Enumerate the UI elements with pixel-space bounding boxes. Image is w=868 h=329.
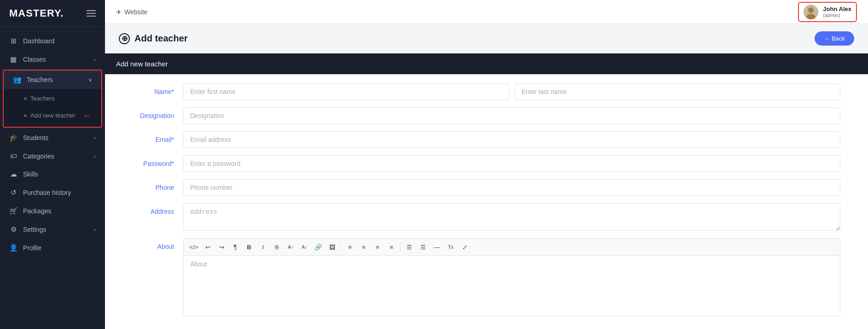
designation-controls xyxy=(183,107,840,124)
form-card-header: Add new teacher xyxy=(105,53,868,74)
password-controls xyxy=(183,155,840,172)
rte-link-button[interactable]: 🔗 xyxy=(312,241,325,253)
rte-superscript-button[interactable]: A↑ xyxy=(284,241,297,253)
phone-label: Phone xyxy=(133,179,183,191)
website-link[interactable]: ✈ Website xyxy=(116,8,147,16)
arrow-indicator: ← xyxy=(83,110,92,121)
skills-icon: ☁ xyxy=(9,170,17,178)
sidebar-sub-item-teachers[interactable]: Teachers xyxy=(4,91,101,106)
sidebar-logo-area: MASTERY. xyxy=(0,0,105,27)
rte-list-number-button[interactable]: ☰ xyxy=(417,241,430,253)
sidebar-item-profile[interactable]: 👤 Profile xyxy=(0,239,105,257)
address-label: Address xyxy=(133,203,183,215)
chevron-right-icon: › xyxy=(94,153,96,159)
page-title: ⊕ Add teacher xyxy=(119,33,188,44)
rte-image-button[interactable]: 🖼 xyxy=(326,241,338,253)
main-content: ✈ Website John Alex (admin) ⊕ Add teache… xyxy=(105,0,868,329)
sidebar-item-label: Classes xyxy=(23,56,46,63)
page-header: ⊕ Add teacher ← Back xyxy=(105,24,868,53)
rte-clear-button[interactable]: Tx xyxy=(444,241,457,253)
teachers-group: 👥 Teachers ∨ Teachers Add new teacher ← xyxy=(3,70,102,128)
rte-italic-button[interactable]: I xyxy=(256,241,269,253)
students-icon: 🎓 xyxy=(9,134,17,142)
rte-align-justify-button[interactable]: ≡ xyxy=(385,241,398,253)
rte-subscript-button[interactable]: A↓ xyxy=(298,241,311,253)
sidebar-item-label: Students xyxy=(23,134,48,141)
form-header-text: Add new teacher xyxy=(116,60,168,68)
website-label: Website xyxy=(124,8,147,16)
rte-align-center-button[interactable]: ≡ xyxy=(357,241,370,253)
content-area: Add new teacher Name* Designation xyxy=(105,53,868,329)
teachers-list-label: Teachers xyxy=(30,95,55,102)
password-input[interactable] xyxy=(183,155,840,172)
name-label: Name* xyxy=(133,83,183,95)
sidebar-item-label: Packages xyxy=(23,207,51,215)
designation-label: Designation xyxy=(133,107,183,119)
sidebar-item-packages[interactable]: 🛒 Packages xyxy=(0,202,105,220)
designation-input[interactable] xyxy=(183,107,840,124)
rte-undo-button[interactable]: ↩ xyxy=(201,241,214,253)
form-body: Name* Designation Email* xyxy=(105,74,868,329)
email-controls xyxy=(183,131,840,148)
sidebar-item-settings[interactable]: ⚙ Settings › xyxy=(0,220,105,239)
last-name-input[interactable] xyxy=(515,83,841,100)
rte-redo-button[interactable]: ↪ xyxy=(215,241,228,253)
rte-hr-button[interactable]: — xyxy=(431,241,443,253)
email-input[interactable] xyxy=(183,131,840,148)
email-label: Email* xyxy=(133,131,183,143)
rte-strike-button[interactable]: S xyxy=(270,241,283,253)
address-input[interactable] xyxy=(183,203,840,231)
phone-input[interactable] xyxy=(183,179,840,196)
add-teacher-label: Add new teacher xyxy=(30,112,76,119)
designation-row: Designation xyxy=(133,107,840,124)
phone-controls xyxy=(183,179,840,196)
back-button[interactable]: ← Back xyxy=(815,31,854,46)
sidebar-item-purchase-history[interactable]: ↺ Purchase history xyxy=(0,183,105,202)
sidebar-sub-item-add-teacher[interactable]: Add new teacher ← xyxy=(4,106,101,125)
rte-heading-button[interactable]: ¶ xyxy=(229,241,242,253)
avatar xyxy=(804,5,818,19)
rte-align-right-button[interactable]: ≡ xyxy=(371,241,384,253)
sidebar-item-categories[interactable]: 🏷 Categories › xyxy=(0,147,105,165)
sidebar-item-skills[interactable]: ☁ Skills xyxy=(0,165,105,183)
rte-content-area[interactable]: About xyxy=(184,256,840,316)
svg-point-1 xyxy=(808,7,814,13)
sidebar-item-label: Skills xyxy=(23,170,38,178)
teachers-icon: 👥 xyxy=(13,76,21,84)
user-badge: John Alex (admin) xyxy=(798,2,857,22)
rte-code-button[interactable]: </> xyxy=(187,241,200,253)
user-name: John Alex xyxy=(823,6,851,13)
name-row: Name* xyxy=(133,83,840,100)
classes-icon: ▦ xyxy=(9,55,17,64)
first-name-input[interactable] xyxy=(183,83,509,100)
sidebar-item-label: Teachers xyxy=(27,76,53,83)
password-label: Password* xyxy=(133,155,183,167)
add-icon: ⊕ xyxy=(119,33,130,44)
about-row: About </> ↩ ↪ ¶ B I S A↑ xyxy=(133,238,840,316)
sidebar-item-teachers[interactable]: 👥 Teachers ∨ xyxy=(4,70,101,89)
page-title-text: Add teacher xyxy=(134,33,188,44)
sidebar-item-students[interactable]: 🎓 Students › xyxy=(0,129,105,147)
rte-separator xyxy=(341,242,341,252)
rte-placeholder: About xyxy=(190,260,207,268)
chevron-right-icon: › xyxy=(94,227,96,232)
history-icon: ↺ xyxy=(9,188,17,197)
sidebar-item-label: Categories xyxy=(23,153,54,160)
sidebar-item-label: Purchase history xyxy=(23,189,71,196)
rte-bold-button[interactable]: B xyxy=(243,241,256,253)
address-controls xyxy=(183,203,840,231)
sidebar-item-dashboard[interactable]: ⊞ Dashboard xyxy=(0,32,105,50)
sidebar-item-classes[interactable]: ▦ Classes › xyxy=(0,50,105,69)
rte-align-left-button[interactable]: ≡ xyxy=(344,241,356,253)
hamburger-button[interactable] xyxy=(87,10,96,17)
topbar: ✈ Website John Alex (admin) xyxy=(105,0,868,24)
dot-icon xyxy=(24,97,27,100)
form-card: Add new teacher Name* Designation xyxy=(105,53,868,329)
rte-toolbar: </> ↩ ↪ ¶ B I S A↑ A↓ 🔗 🖼 xyxy=(184,239,840,256)
rte-fullscreen-button[interactable]: ⤢ xyxy=(458,241,471,253)
chevron-right-icon: › xyxy=(94,57,96,62)
address-row: Address xyxy=(133,203,840,231)
about-controls: </> ↩ ↪ ¶ B I S A↑ A↓ 🔗 🖼 xyxy=(183,238,840,316)
rte-list-bullet-button[interactable]: ☰ xyxy=(403,241,416,253)
password-row: Password* xyxy=(133,155,840,172)
